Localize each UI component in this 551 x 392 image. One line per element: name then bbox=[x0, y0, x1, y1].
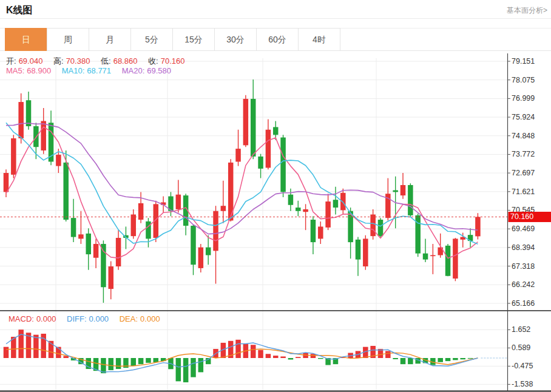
candle-up bbox=[116, 230, 121, 270]
candle-up bbox=[318, 221, 323, 244]
macd-bar-negative bbox=[146, 358, 151, 363]
candle-body bbox=[63, 163, 69, 220]
tab-5min[interactable]: 5分 bbox=[130, 28, 173, 51]
ma5-line bbox=[6, 127, 478, 259]
candle-up bbox=[138, 192, 144, 223]
candle-body bbox=[266, 130, 271, 168]
candle-body bbox=[318, 226, 323, 238]
candle-body bbox=[288, 195, 294, 205]
candle-body bbox=[86, 234, 91, 254]
tab-month[interactable]: 月 bbox=[89, 28, 131, 51]
macd-bar-positive bbox=[311, 354, 316, 358]
candle-up bbox=[401, 173, 406, 199]
price-axis-label: 75.924 bbox=[512, 113, 535, 121]
candle-body bbox=[401, 185, 406, 195]
macd-bar-positive bbox=[235, 340, 241, 358]
candle-body bbox=[93, 244, 99, 258]
macd-axis-label: 0.589 bbox=[512, 343, 530, 352]
macd-bar-positive bbox=[258, 350, 263, 358]
macd-axis-label: -0.475 bbox=[512, 362, 533, 370]
tab-30min[interactable]: 30分 bbox=[214, 28, 257, 51]
candle-body bbox=[41, 121, 46, 150]
candle-down bbox=[356, 237, 361, 276]
candle-body bbox=[71, 218, 76, 237]
macd-bar-positive bbox=[4, 347, 9, 358]
candle-down bbox=[101, 240, 106, 303]
candle-body bbox=[78, 234, 84, 238]
price-axis-label: 66.242 bbox=[512, 280, 535, 289]
candle-body bbox=[296, 208, 301, 211]
macd-bar-negative bbox=[109, 358, 114, 370]
candle-down bbox=[408, 183, 413, 217]
macd-bar-positive bbox=[385, 351, 391, 358]
candle-body bbox=[206, 248, 211, 255]
candle-up bbox=[41, 108, 46, 154]
candle-down bbox=[146, 218, 151, 247]
candle-down bbox=[468, 228, 473, 247]
candle-body bbox=[243, 99, 249, 145]
candle-body bbox=[363, 238, 368, 266]
price-axis-label: 65.166 bbox=[512, 299, 535, 308]
kline-chart-canvas[interactable]: 79.15178.07576.99975.92474.84873.77272.6… bbox=[0, 0, 551, 392]
candle-body bbox=[198, 248, 204, 268]
macd-axis-label: 1.652 bbox=[512, 325, 530, 334]
tab-day[interactable]: 日 bbox=[5, 28, 47, 51]
macd-bar-negative bbox=[288, 358, 294, 360]
candle-up bbox=[363, 235, 368, 270]
candle-body bbox=[221, 206, 226, 211]
ma20-line bbox=[6, 123, 478, 234]
macd-bar-positive bbox=[296, 357, 301, 358]
candle-body bbox=[453, 238, 458, 279]
candle-body bbox=[176, 195, 181, 209]
macd-bar-positive bbox=[280, 356, 286, 358]
candle-body bbox=[280, 138, 286, 192]
macd-bar-negative bbox=[460, 358, 465, 359]
candle-up bbox=[78, 211, 84, 244]
candle-body bbox=[116, 238, 121, 266]
candle-down bbox=[191, 225, 196, 275]
tab-week[interactable]: 周 bbox=[47, 28, 89, 51]
candle-body bbox=[258, 157, 263, 169]
macd-bar-negative bbox=[191, 358, 196, 377]
macd-bar-positive bbox=[273, 356, 279, 358]
candle-body bbox=[378, 220, 384, 236]
candle-body bbox=[393, 191, 398, 192]
diff-line bbox=[6, 334, 478, 372]
price-axis-label: 74.848 bbox=[512, 132, 535, 140]
macd-bar-negative bbox=[154, 358, 158, 362]
candle-up bbox=[430, 244, 436, 274]
macd-bar-negative bbox=[401, 358, 406, 364]
candle-body bbox=[356, 240, 361, 260]
candle-down bbox=[415, 214, 421, 257]
candle-body bbox=[273, 127, 279, 135]
tab-15min[interactable]: 15分 bbox=[172, 28, 215, 51]
price-axis-label: 79.151 bbox=[512, 57, 535, 66]
candle-body bbox=[311, 220, 316, 242]
macd-bar-negative bbox=[408, 358, 413, 364]
tab-60min[interactable]: 60分 bbox=[256, 28, 299, 51]
candle-body bbox=[370, 214, 376, 236]
candle-body bbox=[475, 217, 481, 236]
kline-module: K线图 基本面分析> 日 周 月 5分 15分 30分 60分 4时 79.15… bbox=[0, 0, 551, 392]
candle-body bbox=[325, 201, 331, 228]
macd-panel bbox=[4, 329, 507, 382]
macd-bar-negative bbox=[183, 358, 189, 382]
candle-down bbox=[296, 201, 301, 217]
candle-down bbox=[423, 238, 428, 262]
macd-bar-negative bbox=[393, 358, 398, 359]
candle-up bbox=[235, 130, 241, 166]
macd-bar-negative bbox=[116, 358, 121, 369]
candle-down bbox=[71, 199, 76, 242]
candle-up bbox=[176, 180, 181, 212]
candle-up bbox=[453, 238, 458, 281]
price-axis-label: 67.318 bbox=[512, 262, 535, 271]
macd-bar-negative bbox=[101, 358, 106, 373]
price-axis-label: 69.469 bbox=[512, 225, 535, 233]
last-price-badge-text: 70.160 bbox=[510, 212, 533, 221]
candle-body bbox=[146, 221, 151, 239]
tab-4hour[interactable]: 4时 bbox=[298, 28, 340, 51]
candle-down bbox=[378, 218, 384, 238]
macd-axis-label: -1.538 bbox=[512, 380, 533, 388]
candle-up bbox=[11, 135, 16, 178]
macd-bar-negative bbox=[198, 358, 204, 372]
